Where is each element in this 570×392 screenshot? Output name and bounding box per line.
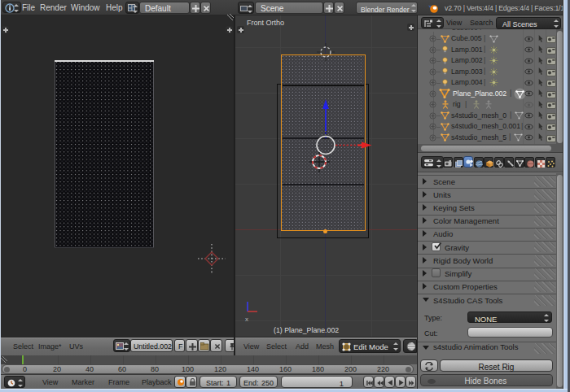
svg-text:x: x (245, 316, 248, 323)
